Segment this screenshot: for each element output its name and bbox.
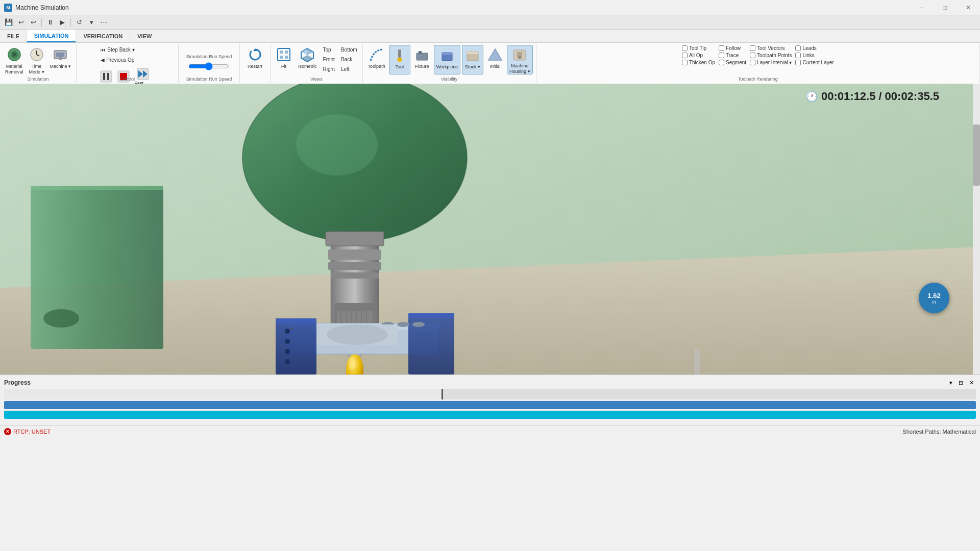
save-qa-button[interactable]: 💾 (3, 17, 14, 28)
workpiece-vis-button[interactable]: Workpiece (434, 45, 460, 74)
machine-housing-vis-button[interactable]: MachineHousing ▾ (507, 45, 533, 74)
restart-group: Restart (240, 44, 271, 83)
sim-speed-content: Simulation Run Speed (186, 45, 232, 76)
dropdown-qa-button[interactable]: ▾ (86, 17, 97, 28)
front-view-button[interactable]: Front (321, 55, 337, 64)
restart-label: Restart (248, 64, 262, 69)
qa-separator-2 (70, 18, 71, 27)
time-mode-button[interactable]: TimeMode ▾ (27, 45, 47, 74)
initial-vis-button[interactable]: Initial (485, 45, 505, 74)
back-view-button[interactable]: Back (339, 55, 359, 64)
tool-tip-check[interactable]: Tool Tip (680, 45, 717, 52)
tab-file[interactable]: FILE (0, 30, 27, 42)
svg-rect-19 (280, 51, 283, 54)
path-type-status: Shortest Paths: Mathematical (902, 429, 976, 435)
bottom-view-button[interactable]: Bottom (339, 45, 359, 54)
refresh-qa-button[interactable]: ↺ (74, 17, 85, 28)
progress-fill-1 (4, 401, 976, 409)
all-op-check[interactable]: All Op (680, 52, 717, 59)
undo-qa-button[interactable]: ↩ (15, 17, 27, 28)
fixture-vis-button[interactable]: Fixture (412, 45, 432, 74)
top-view-button[interactable]: Top (321, 45, 337, 54)
maximize-button[interactable]: □ (933, 0, 957, 15)
progress-float-button[interactable]: ⊟ (957, 379, 965, 387)
toolpath-vis-icon (369, 46, 385, 63)
svg-point-2 (13, 53, 16, 56)
close-button[interactable]: ✕ (957, 0, 980, 15)
toolpath-rendering-content: Tool Tip All Op Thicken Op Follow Trace … (680, 45, 836, 76)
toolpath-checks-col1: Tool Tip All Op Thicken Op (680, 45, 717, 76)
tool-vis-label: Tool (395, 64, 404, 70)
speed-slider[interactable] (188, 62, 229, 70)
progress-collapse-button[interactable]: ▾ (947, 379, 954, 387)
control-group: ⏮ Step Back ▾ ◀ Previous Op Pause Stop (77, 44, 179, 83)
tab-view[interactable]: VIEW (130, 30, 159, 42)
toolpath-checks-col2: Follow Trace Segment (717, 45, 748, 76)
rtcp-error-indicator: ✕ RTCP: UNSET (4, 428, 51, 435)
layer-interval-check[interactable]: Layer Interval ▾ (748, 59, 793, 66)
initial-vis-label: Initial (489, 64, 500, 69)
leads-check[interactable]: Leads (794, 45, 835, 52)
measurement-unit: in (932, 299, 936, 305)
stock-vis-button[interactable]: Stock ▾ (462, 45, 483, 74)
trace-check[interactable]: Trace (717, 52, 748, 59)
play-qa-button[interactable]: ▶ (57, 17, 68, 28)
progress-section: Progress ▾ ⊟ ✕ (0, 374, 980, 425)
window-controls: – □ ✕ (910, 0, 980, 15)
links-check[interactable]: Links (794, 52, 835, 59)
pause-qa-button[interactable]: ⏸ (44, 17, 56, 28)
machine-button[interactable]: Machine ▾ (48, 45, 74, 74)
toolpath-points-check[interactable]: Toolpath Points (748, 52, 793, 59)
toolpath-checks-col3: Tool Vectors Toolpath Points Layer Inter… (748, 45, 793, 76)
progress-track-1[interactable] (4, 401, 976, 409)
segment-check[interactable]: Segment (717, 59, 748, 66)
svg-rect-32 (442, 53, 452, 55)
toolpath-vis-button[interactable]: Toolpath (366, 45, 387, 74)
tool-vis-button[interactable]: Tool (389, 45, 410, 74)
right-view-button[interactable]: Right (321, 64, 337, 73)
current-layer-check[interactable]: Current Layer (794, 59, 835, 66)
step-back-button[interactable]: ⏮ Step Back ▾ (99, 45, 136, 54)
fixture-vis-label: Fixture (415, 64, 429, 69)
follow-check[interactable]: Follow (717, 45, 748, 52)
svg-rect-7 (56, 53, 64, 57)
progress-track-main[interactable] (4, 389, 976, 399)
view-directions: Top Front Right (321, 45, 337, 76)
tab-simulation[interactable]: SIMULATION (27, 30, 77, 42)
thicken-op-check[interactable]: Thicken Op (680, 59, 717, 66)
svg-marker-25 (307, 48, 313, 55)
more-qa-button[interactable]: ⋯ (98, 17, 109, 28)
isometric-button[interactable]: Isometric (296, 45, 319, 74)
svg-rect-18 (278, 48, 290, 61)
progress-controls: ▾ ⊟ ✕ (947, 379, 976, 387)
progress-track-2[interactable] (4, 411, 976, 419)
svg-marker-26 (301, 55, 313, 62)
material-removal-button[interactable]: MaterialRemoval (3, 45, 26, 74)
left-view-button[interactable]: Left (339, 64, 359, 73)
tool-vectors-check[interactable]: Tool Vectors (748, 45, 793, 52)
isometric-icon (299, 46, 315, 63)
progress-close-button[interactable]: ✕ (967, 379, 976, 387)
rtcp-status: RTCP: UNSET (13, 429, 51, 435)
left-view-label: Left (341, 66, 350, 72)
control-group-label: Control (77, 77, 178, 82)
viewport[interactable]: Z X Top Front 🕐 00:01:12.5/00:02:35.5 1.… (0, 84, 980, 374)
front-view-label: Front (323, 57, 335, 62)
previous-op-button[interactable]: ◀ Previous Op (99, 55, 136, 64)
svg-rect-29 (416, 53, 428, 60)
restart-button[interactable]: Restart (245, 45, 265, 74)
stock-vis-label: Stock ▾ (465, 64, 480, 70)
fit-button[interactable]: Fit (274, 45, 294, 74)
svg-rect-27 (398, 49, 401, 58)
clock-icon: 🕐 (805, 90, 818, 103)
toolpath-checks-col4: Leads Links Current Layer (794, 45, 835, 76)
svg-rect-21 (280, 56, 283, 59)
bottom-view-label: Bottom (341, 47, 357, 53)
restart-group-content: Restart (245, 45, 265, 76)
toolpath-rendering-group: Tool Tip All Op Thicken Op Follow Trace … (536, 44, 980, 83)
tab-verification[interactable]: VERIFICATION (76, 30, 130, 42)
right-view-label: Right (323, 66, 335, 72)
redo-qa-button[interactable]: ↩ (28, 17, 39, 28)
views-group: Fit Isometric Top Front Right Bottom Bac… (271, 44, 363, 83)
minimize-button[interactable]: – (910, 0, 933, 15)
